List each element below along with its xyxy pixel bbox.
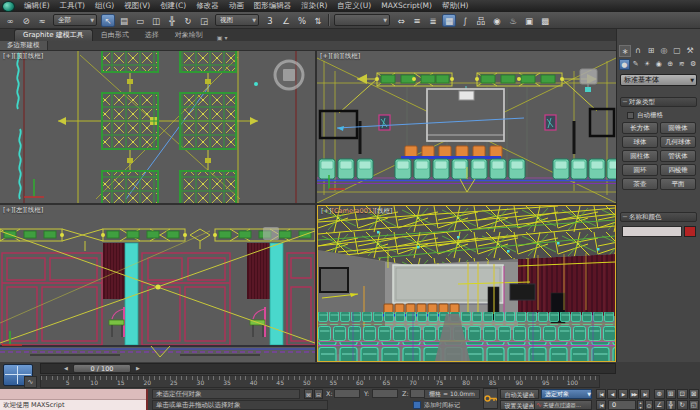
snaps-toggle-icon[interactable]: 3 (263, 14, 277, 27)
viewport-label-plus[interactable]: [+] (321, 207, 332, 215)
object-type-rollout-header[interactable]: − 对象类型 (620, 97, 697, 107)
time-slider-track[interactable]: ◀ 0 / 100 ▶ (40, 363, 616, 374)
listener-line[interactable]: 欢迎使用 MAXScript (0, 400, 146, 410)
angle-snap-icon[interactable]: ∠ (279, 14, 293, 27)
viewport-bottom-left[interactable]: [+][左][线框] (0, 205, 315, 362)
object-color-swatch[interactable] (684, 226, 696, 237)
object-type-button[interactable]: 几何球体 (660, 136, 696, 148)
lights-subtab-icon[interactable]: ☀ (642, 59, 653, 70)
unlink-selection-icon[interactable]: ⊘ (19, 14, 33, 27)
play-button[interactable]: ▶ (618, 389, 628, 399)
auto-key-button[interactable]: 自动关键点 (500, 389, 539, 399)
viewport-label-camera[interactable]: [+][Camera001][线框] (321, 207, 393, 216)
viewport-label[interactable]: [+][左][线框] (3, 206, 43, 215)
viewport-label-shading[interactable]: [线框] (375, 207, 393, 215)
select-object-icon[interactable]: ↖ (101, 14, 115, 27)
current-frame-field[interactable]: 0 (608, 400, 636, 410)
macro-recorder-line[interactable] (0, 389, 146, 400)
orbit-button[interactable]: ↻ (677, 400, 688, 410)
shapes-subtab-icon[interactable]: ✎ (631, 59, 642, 70)
material-editor-icon[interactable]: ◉ (490, 14, 504, 27)
viewport-label[interactable]: [+][顶][线框] (3, 52, 43, 61)
menu-item[interactable]: 图形编辑器 (249, 0, 297, 12)
object-type-button[interactable]: 管状体 (660, 150, 696, 162)
menu-item[interactable]: MAXScript(M) (376, 0, 437, 12)
select-and-link-icon[interactable]: ∞ (3, 14, 17, 27)
next-frame-button[interactable]: ▶▶ (629, 389, 639, 399)
create-tab-icon[interactable]: ∗ (619, 45, 631, 57)
ribbon-subtab-polygon-modeling[interactable]: 多边形建模 (0, 41, 48, 50)
viewport-label-camera-name[interactable]: [Camera001] (332, 207, 375, 215)
select-and-move-icon[interactable]: ╬ (165, 14, 179, 27)
menu-item[interactable]: 组(G) (90, 0, 119, 12)
y-coord-field[interactable] (372, 389, 398, 398)
layer-manager-icon[interactable]: ≣ (426, 14, 440, 27)
mirror-icon[interactable]: ⇔ (394, 14, 408, 27)
previous-key-button[interactable]: |◀ (596, 400, 606, 410)
helpers-subtab-icon[interactable]: ⊕ (665, 59, 676, 70)
render-production-icon[interactable]: ▩ (538, 14, 552, 27)
time-ruler[interactable]: 5101520253035404550556065707580859095100 (40, 375, 600, 388)
ribbon-tab[interactable]: 对象绘制 (167, 30, 211, 41)
spinner-snap-icon[interactable]: ⇅ (311, 14, 325, 27)
object-type-button[interactable]: 平面 (660, 178, 696, 190)
set-key-mode-button[interactable] (483, 388, 498, 409)
viewport-top-right[interactable]: [+][前][线框] (317, 51, 616, 203)
menu-item[interactable]: 编辑(E) (19, 0, 55, 12)
time-slider-next-arrow[interactable]: ▶ (133, 365, 143, 372)
ribbon-tab[interactable]: Graphite 建模工具 (14, 29, 93, 41)
keying-selection-set-dropdown[interactable]: 选定对象 ▼ (541, 389, 592, 399)
add-time-tag-button[interactable]: 添加时间标记 (424, 400, 480, 410)
object-type-button[interactable]: 球体 (622, 136, 658, 148)
curve-editor-icon[interactable]: ∫ (458, 14, 472, 27)
ribbon-tab[interactable]: 选择 (137, 30, 167, 41)
selection-filter-dropdown[interactable]: 全部 ▼ (53, 14, 97, 26)
schematic-view-icon[interactable]: 品 (474, 14, 488, 27)
frame-spinner[interactable]: ▴▾ (637, 400, 644, 410)
zoom-extents-button[interactable]: ⊡ (677, 389, 688, 399)
zoom-button[interactable]: ⊕ (654, 389, 665, 399)
menu-item[interactable]: 帮助(H) (437, 0, 474, 12)
absolute-offset-toggle[interactable]: ⊟ (314, 389, 323, 399)
x-coord-field[interactable] (334, 389, 360, 398)
app-logo-icon[interactable] (2, 1, 15, 12)
ribbon-tab[interactable]: 自由形式 (93, 30, 137, 41)
object-name-field[interactable] (622, 226, 682, 237)
cameras-subtab-icon[interactable]: ◉ (654, 59, 665, 70)
bind-to-space-warp-icon[interactable]: ≈ (35, 14, 49, 27)
pan-button[interactable]: ╬ (666, 400, 677, 410)
display-tab-icon[interactable]: ▢ (671, 45, 683, 57)
go-to-end-button[interactable]: ▶| (640, 389, 650, 399)
geometry-subtab-icon[interactable]: ● (619, 59, 630, 70)
go-to-start-button[interactable]: |◀ (596, 389, 606, 399)
ribbon-minimize-icon[interactable]: ▾ (224, 34, 227, 41)
modify-tab-icon[interactable]: ∩ (632, 45, 644, 57)
mini-curve-editor-button[interactable]: ∿ (24, 376, 37, 388)
hierarchy-tab-icon[interactable]: ⊞ (645, 45, 657, 57)
rectangular-selection-region-icon[interactable]: ▭ (133, 14, 147, 27)
time-configuration-button[interactable]: ⊙ (645, 400, 653, 410)
systems-subtab-icon[interactable]: ⚙ (688, 59, 699, 70)
space-warps-subtab-icon[interactable]: ≋ (677, 59, 688, 70)
name-color-rollout-header[interactable]: − 名称和颜色 (620, 212, 697, 222)
select-and-scale-icon[interactable]: ◲ (197, 14, 211, 27)
object-type-button[interactable]: 四棱锥 (660, 164, 696, 176)
render-setup-icon[interactable]: ♨ (506, 14, 520, 27)
object-type-button[interactable]: 茶壶 (622, 178, 658, 190)
object-type-button[interactable]: 圆柱体 (622, 150, 658, 162)
autogrid-checkbox[interactable] (627, 112, 634, 119)
zoom-extents-all-button[interactable]: ⊠ (689, 389, 700, 399)
select-and-rotate-icon[interactable]: ↻ (181, 14, 195, 27)
menu-item[interactable]: 自定义(U) (332, 0, 376, 12)
ribbon-config-icon[interactable]: ▣ (217, 34, 223, 41)
motion-tab-icon[interactable]: ◎ (658, 45, 670, 57)
percent-snap-icon[interactable]: % (295, 14, 309, 27)
object-type-button[interactable]: 圆环 (622, 164, 658, 176)
reference-coordinate-dropdown[interactable]: 视图 ▼ (215, 14, 259, 26)
time-slider-prev-arrow[interactable]: ◀ (61, 365, 71, 372)
viewport-top-left[interactable]: [+][顶][线框] (0, 51, 315, 203)
rendered-frame-window-icon[interactable]: ▣ (522, 14, 536, 27)
viewport-bottom-right-active[interactable]: [+][Camera001][线框] (317, 205, 616, 362)
utilities-tab-icon[interactable]: ⚒ (684, 45, 696, 57)
primitive-category-dropdown[interactable]: 标准基本体 ▼ (620, 74, 697, 86)
